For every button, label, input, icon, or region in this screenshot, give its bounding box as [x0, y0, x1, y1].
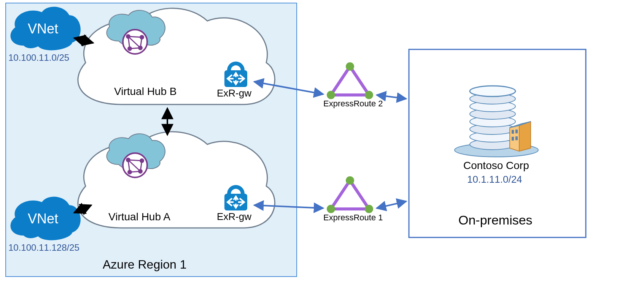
- svg-rect-49: [512, 137, 514, 141]
- svg-line-5: [128, 36, 142, 37]
- hub-b-gateway-label: ExR-gw: [217, 87, 251, 99]
- svg-point-15: [123, 153, 147, 177]
- corp-name: Contoso Corp: [463, 160, 529, 172]
- er1-label: ExpressRoute 1: [323, 213, 383, 223]
- svg-point-0: [123, 30, 147, 54]
- globe-icon: [123, 153, 147, 177]
- vnet-top-label: VNet: [28, 21, 58, 37]
- globe-icon: [123, 30, 147, 54]
- er2-label: ExpressRoute 2: [323, 99, 383, 109]
- svg-point-32: [327, 91, 335, 99]
- link-er1-onprem: [377, 201, 406, 208]
- diagram-canvas: [0, 0, 644, 291]
- svg-point-36: [327, 205, 335, 213]
- expressroute-1-icon: [327, 176, 373, 213]
- svg-marker-30: [331, 66, 369, 95]
- svg-point-33: [365, 91, 373, 99]
- vnet-bottom-cidr: 10.100.11.128/25: [8, 242, 80, 253]
- region-title: Azure Region 1: [103, 258, 187, 272]
- link-er2-onprem: [377, 95, 406, 99]
- svg-line-8: [130, 48, 140, 49]
- svg-line-20: [128, 160, 142, 161]
- vnet-top-cidr: 10.100.11.0/25: [8, 52, 69, 63]
- svg-line-23: [130, 171, 140, 172]
- svg-point-31: [346, 62, 354, 71]
- svg-point-35: [346, 176, 354, 185]
- svg-rect-50: [515, 136, 518, 140]
- hub-a-gateway-label: ExR-gw: [217, 211, 251, 223]
- svg-rect-47: [512, 130, 514, 134]
- hub-b-label: Virtual Hub B: [114, 85, 177, 98]
- svg-rect-48: [515, 130, 518, 133]
- svg-point-46: [470, 86, 515, 96]
- vnet-bottom-label: VNet: [28, 211, 58, 227]
- onprem-title: On-premises: [458, 213, 533, 228]
- expressroute-2-icon: [327, 62, 373, 99]
- hub-a-label: Virtual Hub A: [108, 211, 170, 223]
- corp-cidr: 10.1.11.0/24: [467, 174, 522, 185]
- svg-marker-34: [331, 180, 369, 209]
- svg-point-37: [365, 205, 373, 213]
